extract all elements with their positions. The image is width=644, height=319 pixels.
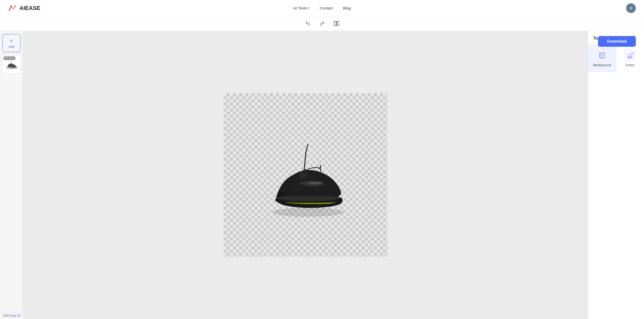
clear-all-button[interactable]: Clear All — [9, 314, 20, 317]
main-layout: + Add Removed — [0, 31, 644, 319]
nav-blog[interactable]: Blog — [343, 6, 351, 10]
background-label: Background — [593, 63, 611, 67]
tool-background[interactable]: Background — [588, 45, 616, 72]
logo-text: AIEASE — [19, 5, 40, 11]
shoe-svg — [257, 137, 354, 219]
removed-badge: Removed — [3, 56, 16, 60]
image-thumbnail-wrap[interactable]: Removed — [2, 55, 21, 74]
erase-label: Erase — [626, 63, 634, 67]
image-count: 1/50 — [3, 314, 8, 317]
nav-ai-tools[interactable]: AI Tools ▾ — [293, 6, 309, 10]
logo[interactable]: AIEASE — [8, 4, 40, 13]
add-label: Add — [8, 45, 14, 49]
plus-icon: + — [10, 38, 13, 44]
canvas[interactable] — [224, 93, 387, 257]
right-panel: Tools Background — [588, 31, 644, 319]
header-right: d — [626, 3, 636, 13]
add-button[interactable]: + Add — [2, 34, 21, 52]
compare-button[interactable] — [332, 19, 341, 28]
erase-icon — [624, 50, 636, 61]
nav-contact[interactable]: Contact — [320, 6, 333, 10]
main-nav: AI Tools ▾ Contact Blog — [293, 6, 351, 10]
avatar[interactable]: d — [626, 3, 636, 13]
chevron-down-icon: ▾ — [308, 6, 309, 10]
redo-button[interactable] — [318, 19, 327, 28]
svg-rect-1 — [336, 21, 338, 26]
tool-erase[interactable]: Erase — [616, 45, 644, 72]
background-icon — [597, 50, 608, 61]
svg-point-5 — [272, 208, 344, 217]
tools-grid: Background Erase — [588, 45, 644, 72]
toolbar — [0, 16, 644, 31]
shoe-image-wrap — [257, 137, 354, 220]
undo-button[interactable] — [303, 19, 312, 28]
sidebar: + Add Removed — [0, 31, 23, 319]
canvas-area — [23, 31, 588, 319]
download-button[interactable]: Download — [598, 36, 636, 47]
svg-point-4 — [11, 65, 14, 66]
svg-rect-0 — [334, 21, 336, 26]
header: AIEASE AI Tools ▾ Contact Blog d — [0, 0, 644, 16]
svg-rect-6 — [599, 53, 605, 58]
bottom-bar: 1/50 Clear All — [0, 312, 23, 319]
